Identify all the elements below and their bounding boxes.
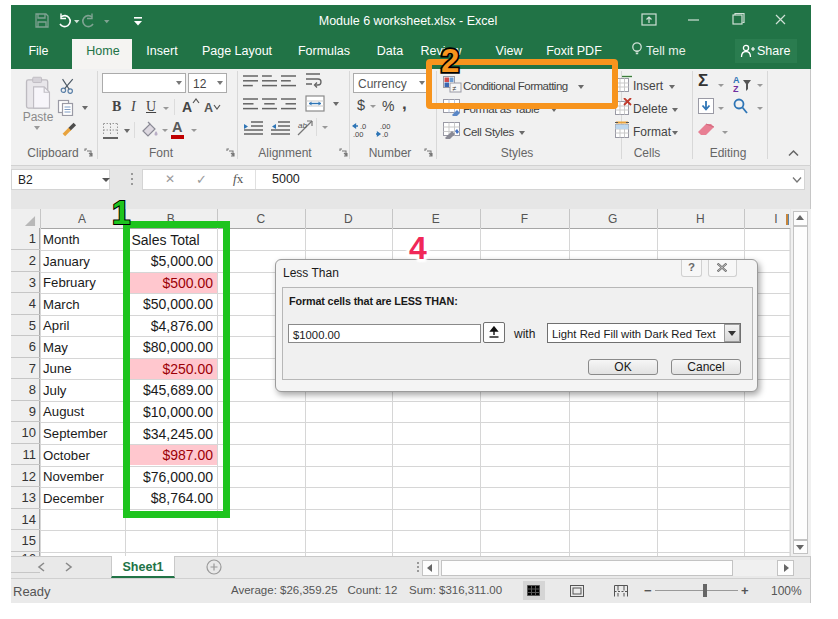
svg-text:A: A bbox=[733, 75, 740, 85]
svg-text:ab: ab bbox=[298, 121, 307, 130]
svg-text:.0: .0 bbox=[382, 130, 388, 139]
svg-text:Z: Z bbox=[733, 84, 739, 93]
svg-text:.00: .00 bbox=[353, 130, 363, 139]
